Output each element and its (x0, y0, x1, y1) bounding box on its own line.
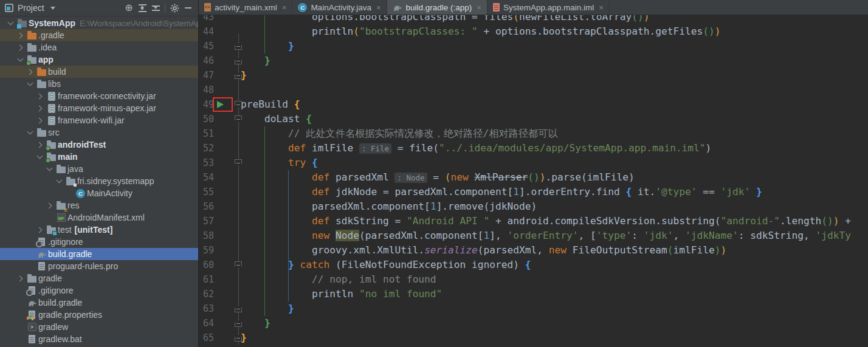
tab-label: activity_main.xml (215, 3, 277, 12)
tree-item-.gradle[interactable]: .gradle (0, 29, 198, 41)
project-panel: Project ⊕ SystemAppE:\Workspace\Android\… (0, 0, 199, 347)
settings-gear-icon[interactable] (168, 2, 181, 14)
tree-item-build.gradle[interactable]: build.gradle (0, 248, 198, 260)
divider (165, 3, 165, 13)
chevron-collapsed-icon[interactable] (36, 142, 43, 148)
code-area[interactable]: 43 options.bootstrapClasspath = files(ne… (199, 15, 868, 347)
tree-item-framework-wifi.jar[interactable]: framework-wifi.jar (0, 114, 198, 126)
tree-item-.gitignore[interactable]: .gitignore (0, 236, 198, 248)
tree-item-build.gradle[interactable]: build.gradle (0, 297, 198, 309)
tree-item-MainActivity[interactable]: CMainActivity (0, 187, 198, 199)
line-number: 60 (199, 258, 214, 272)
chevron-collapsed-icon[interactable] (17, 44, 23, 50)
chevron-expanded-icon[interactable] (47, 165, 53, 171)
chevron-expanded-icon[interactable] (27, 80, 33, 86)
excluded-folder-icon (27, 33, 36, 40)
line-number: 55 (199, 185, 214, 199)
tree-item-label: build.gradle (38, 298, 82, 307)
chevron-collapsed-icon[interactable] (36, 105, 43, 111)
tree-item-AndroidManifest.xml[interactable]: MFAndroidManifest.xml (0, 211, 198, 224)
tree-item-java[interactable]: java (0, 163, 198, 175)
chevron-expanded-icon[interactable] (57, 177, 63, 184)
tree-item-label: app (38, 55, 53, 64)
project-panel-title[interactable]: Project (18, 3, 44, 13)
tree-item-libs[interactable]: libs (0, 78, 198, 90)
folder-icon (57, 167, 66, 173)
project-folder-icon (18, 21, 27, 27)
chevron-down-icon[interactable] (50, 7, 55, 10)
code-text: println("bootstrapClasses: " + options.b… (241, 24, 720, 39)
code-text: def sdkString = "Android API " + android… (241, 214, 851, 228)
code-line-56: 56 parsedXml.component[1].remove(jdkNode… (199, 199, 868, 214)
code-text: new Node(parsedXml.component[1], 'orderE… (241, 228, 851, 243)
line-number: 57 (199, 214, 214, 228)
tree-item-SystemApp[interactable]: SystemAppE:\Workspace\Android\SystemApp (0, 17, 198, 29)
properties-file-icon (29, 311, 35, 319)
editor-tab-SystemApp.app.main.iml[interactable]: SystemApp.app.main.iml× (487, 0, 610, 15)
tree-item-gradle.properties[interactable]: gradle.properties (0, 309, 198, 321)
chevron-collapsed-icon[interactable] (36, 93, 43, 99)
collapse-all-icon[interactable] (149, 2, 162, 14)
tree-item-gradlew[interactable]: >gradlew (0, 321, 198, 333)
tree-item-label: main (58, 152, 78, 162)
tree-item-framework-minus-apex.jar[interactable]: framework-minus-apex.jar (0, 102, 198, 114)
tree-item-res[interactable]: res (0, 199, 198, 211)
chevron-collapsed-icon[interactable] (27, 69, 33, 75)
code-text: groovy.xml.XmlUtil.serialize(parsedXml, … (241, 243, 726, 258)
code-line-43: 43 options.bootstrapClasspath = files(ne… (199, 15, 868, 24)
jar-file-icon (48, 116, 55, 125)
tree-item-proguard-rules.pro[interactable]: proguard-rules.pro (0, 260, 198, 272)
tree-item-main[interactable]: main (0, 151, 198, 163)
iml-file-icon (493, 3, 500, 12)
line-number: 64 (199, 316, 214, 331)
editor-tab-activity-main.xml[interactable]: activity_main.xml× (199, 0, 292, 15)
tree-item-app[interactable]: app (0, 53, 198, 66)
chevron-collapsed-icon[interactable] (17, 32, 23, 38)
close-tab-icon[interactable]: × (282, 3, 287, 12)
line-number: 53 (199, 156, 214, 170)
tree-item-label: .gradle (38, 30, 64, 40)
locate-icon[interactable]: ⊕ (122, 2, 136, 14)
code-line-62: 62 println "no iml found" (199, 287, 868, 301)
chevron-expanded-icon[interactable] (37, 153, 43, 159)
tree-item-gradlew.bat[interactable]: gradlew.bat (0, 333, 198, 345)
tree-item-src[interactable]: src (0, 126, 198, 139)
code-text: // nop, iml not found (241, 272, 436, 287)
hide-panel-icon[interactable] (181, 2, 195, 14)
tab-label: MainActivity.java (311, 3, 371, 12)
editor-tab-build.gradle-app-[interactable]: build.gradle (:app)× (387, 0, 487, 15)
gitignore-file-icon (29, 286, 35, 295)
executable-file-icon: > (28, 323, 36, 331)
tree-item-framework-connectivity.jar[interactable]: framework-connectivity.jar (0, 90, 198, 102)
chevron-expanded-icon[interactable] (27, 129, 33, 135)
package-icon (66, 179, 75, 185)
code-line-52: 52 def imlFile : File = file("../.idea/m… (199, 141, 868, 156)
chevron-collapsed-icon[interactable] (36, 227, 43, 233)
chevron-collapsed-icon[interactable] (46, 202, 52, 208)
chevron-collapsed-icon[interactable] (36, 117, 43, 123)
chevron-collapsed-icon[interactable] (17, 275, 23, 281)
chevron-expanded-icon[interactable] (18, 56, 24, 62)
expand-all-icon[interactable] (136, 2, 149, 14)
tree-item-gradle[interactable]: gradle (0, 272, 198, 284)
code-line-44: 44 println("bootstrapClasses: " + option… (199, 24, 868, 39)
code-text: def parsedXml : Node = (new XmlParser())… (241, 170, 635, 185)
tree-item-.gitignore[interactable]: .gitignore (0, 284, 198, 297)
tree-item-label: framework-minus-apex.jar (58, 103, 156, 113)
close-tab-icon[interactable]: × (376, 3, 381, 12)
close-tab-icon[interactable]: × (477, 3, 481, 12)
line-number: 48 (199, 83, 214, 97)
chevron-expanded-icon[interactable] (8, 19, 14, 26)
editor-tab-bar: activity_main.xml×CMainActivity.java×bui… (199, 0, 868, 15)
indent-guide (264, 126, 265, 316)
tree-item-fri.sidney.systemapp[interactable]: fri.sidney.systemapp (0, 175, 198, 187)
tree-item-.idea[interactable]: .idea (0, 41, 198, 53)
code-text: def imlFile : File = file("../.idea/modu… (241, 141, 711, 156)
tree-item-androidTest[interactable]: androidTest (0, 139, 198, 151)
editor-tab-MainActivity.java[interactable]: CMainActivity.java× (292, 0, 387, 15)
close-tab-icon[interactable]: × (599, 3, 604, 12)
tree-item-test[interactable]: test[unitTest] (0, 224, 198, 236)
code-line-53: 53 try { (199, 156, 868, 170)
module-folder-icon (27, 57, 36, 64)
tree-item-build[interactable]: build (0, 66, 198, 78)
